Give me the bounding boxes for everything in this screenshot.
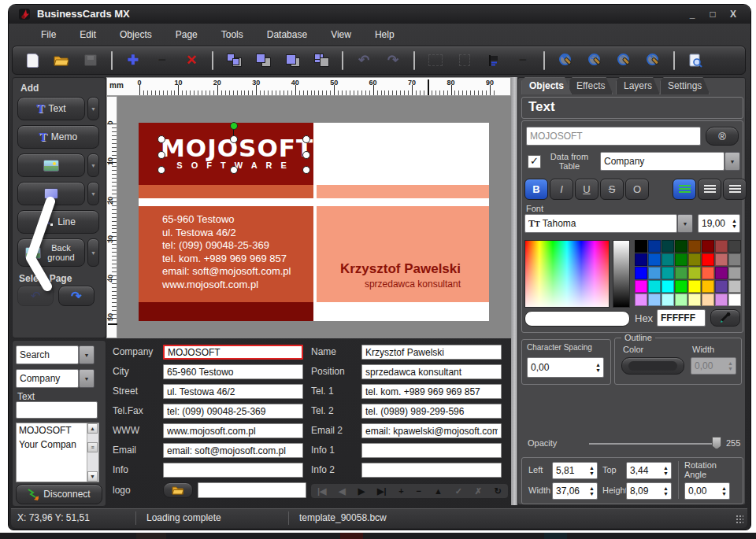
hex-input[interactable] <box>657 309 706 327</box>
tab-effects[interactable]: Effects <box>569 77 613 94</box>
add-image-button[interactable] <box>17 153 85 177</box>
outline-style-button[interactable]: O <box>625 179 649 200</box>
align-left-button[interactable] <box>673 179 696 200</box>
next-page-button[interactable]: ↷ <box>58 286 94 306</box>
palette-swatch[interactable] <box>728 253 741 266</box>
selection-handle-sw[interactable] <box>158 166 165 174</box>
maximize-button[interactable]: □ <box>703 7 722 21</box>
spinner-arrows-icon[interactable]: ▲▼ <box>593 362 603 373</box>
palette-swatch[interactable] <box>702 240 714 253</box>
field-input-www[interactable] <box>163 423 303 438</box>
add-icon[interactable]: ✚ <box>124 53 142 68</box>
selection-handle-s[interactable] <box>230 166 238 174</box>
palette-swatch[interactable] <box>728 280 741 293</box>
scroll-down-icon[interactable]: ▼ <box>87 471 98 482</box>
underline-button[interactable]: U <box>575 179 598 200</box>
record-list-item[interactable]: MOJOSOFT <box>17 423 87 437</box>
opacity-slider-handle[interactable] <box>712 437 721 449</box>
palette-swatch[interactable] <box>728 240 741 253</box>
palette-swatch[interactable] <box>648 253 661 266</box>
field-input-email[interactable] <box>163 443 303 458</box>
bring-front-icon[interactable] <box>225 53 243 68</box>
color-gradient-picker[interactable] <box>524 240 610 308</box>
scroll-up-icon[interactable]: ▲ <box>87 423 98 434</box>
palette-swatch[interactable] <box>688 267 701 279</box>
font-family-dropdown[interactable]: TT Tahoma ▼ <box>524 214 693 233</box>
palette-swatch[interactable] <box>715 240 728 253</box>
logo-browse-button[interactable] <box>163 482 193 498</box>
navigator-button[interactable]: − <box>417 486 421 496</box>
card-body-left[interactable]: 65-960 Testowoul. Testowa 46/2tel: (099)… <box>139 206 313 302</box>
align-center-button[interactable] <box>698 179 721 200</box>
spinner-arrows-icon[interactable]: ▲▼ <box>729 218 739 229</box>
zoom-in-icon[interactable]: + <box>644 53 662 68</box>
palette-swatch[interactable] <box>662 280 674 293</box>
card-person-position[interactable]: sprzedawca konsultant <box>340 279 461 290</box>
tab-settings[interactable]: Settings <box>660 77 710 94</box>
data-from-table-checkbox[interactable]: ✓ <box>528 155 541 168</box>
zoom-out-icon[interactable]: − <box>615 53 632 68</box>
palette-swatch[interactable] <box>662 293 674 306</box>
scrollbar-thumb[interactable]: ≡ <box>87 442 98 452</box>
menu-help[interactable]: Help <box>363 27 406 42</box>
add-shape-dropdown[interactable]: ▼ <box>87 182 99 205</box>
canvas[interactable]: 65-960 Testowoul. Testowa 46/2tel: (099)… <box>106 96 511 338</box>
eyedropper-button[interactable] <box>710 309 740 327</box>
font-size-spinner[interactable]: 19,00 ▲▼ <box>698 214 740 233</box>
zoom-region-icon[interactable]: ▭ <box>586 53 603 68</box>
selection-handle-e[interactable] <box>302 151 310 159</box>
chevron-down-icon[interactable]: ▼ <box>79 369 94 388</box>
palette-swatch[interactable] <box>715 293 728 306</box>
navigator-button[interactable]: ▶ <box>358 486 365 497</box>
selection-handle-n[interactable] <box>230 135 238 143</box>
palette-swatch[interactable] <box>675 293 687 306</box>
disconnect-button[interactable]: Disconnect <box>16 484 102 504</box>
field-input-street[interactable] <box>163 384 303 399</box>
chevron-down-icon[interactable]: ▼ <box>677 214 693 233</box>
menu-objects[interactable]: Objects <box>108 27 164 42</box>
chevron-down-icon[interactable]: ▼ <box>79 345 94 364</box>
close-button[interactable]: X <box>724 7 743 21</box>
delete-icon[interactable]: ✕ <box>183 53 200 68</box>
selection-handle-nw[interactable] <box>158 135 165 143</box>
new-document-icon[interactable] <box>24 53 41 68</box>
collapse-panel-arrow-icon[interactable] <box>24 195 60 293</box>
palette-swatch[interactable] <box>728 293 741 306</box>
selection-handle-se[interactable] <box>302 166 310 174</box>
card-body-right[interactable]: Krzysztof Pawelski sprzedawca konsultant <box>317 206 489 302</box>
italic-button[interactable]: I <box>550 179 573 200</box>
minimize-button[interactable]: _ <box>683 7 702 21</box>
field-input-tel-fax[interactable] <box>163 404 303 419</box>
field-input-company[interactable] <box>163 345 303 360</box>
align-right-button[interactable] <box>723 179 747 200</box>
palette-swatch[interactable] <box>688 253 701 266</box>
business-card[interactable]: 65-960 Testowoul. Testowa 46/2tel: (099)… <box>139 123 489 321</box>
palette-swatch[interactable] <box>715 267 728 279</box>
field-input-info-2[interactable] <box>361 463 502 478</box>
palette-swatch[interactable] <box>675 267 687 279</box>
logo-path-input[interactable] <box>198 482 306 498</box>
palette-swatch[interactable] <box>702 253 714 266</box>
character-spacing-spinner[interactable]: 0,00 ▲▼ <box>527 357 604 378</box>
palette-swatch[interactable] <box>635 293 647 306</box>
palette-swatch[interactable] <box>728 267 741 279</box>
bring-forward-icon[interactable] <box>284 53 301 68</box>
palette-swatch[interactable] <box>635 267 647 279</box>
grayscale-picker[interactable] <box>613 240 630 308</box>
table-field-dropdown[interactable]: Company ▼ <box>600 152 740 171</box>
palette-swatch[interactable] <box>702 267 714 279</box>
palette-swatch[interactable] <box>648 267 661 279</box>
card-footer-block[interactable] <box>139 302 313 321</box>
add-memo-button[interactable]: T Memo <box>17 125 99 149</box>
menu-view[interactable]: View <box>319 27 363 42</box>
text-filter-input[interactable] <box>16 401 98 419</box>
palette-swatch[interactable] <box>688 280 701 293</box>
card-strip-left[interactable] <box>139 185 313 198</box>
chevron-down-icon[interactable]: ▼ <box>724 152 740 171</box>
open-file-icon[interactable] <box>53 53 70 68</box>
palette-swatch[interactable] <box>675 240 687 253</box>
menu-edit[interactable]: Edit <box>68 27 108 42</box>
menu-tools[interactable]: Tools <box>209 27 255 42</box>
bold-button[interactable]: B <box>524 179 548 200</box>
palette-swatch[interactable] <box>635 240 647 253</box>
